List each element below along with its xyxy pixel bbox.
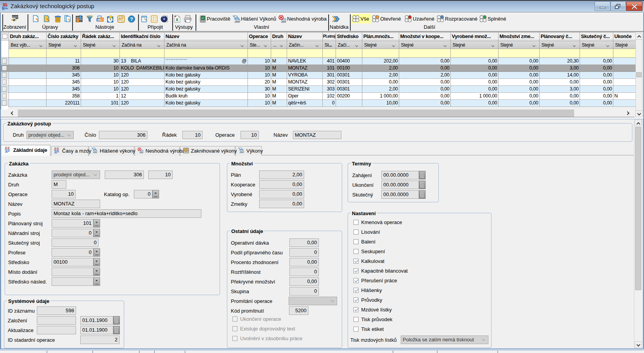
svg-text:X: X: [176, 17, 179, 22]
svg-text:?: ?: [130, 16, 133, 22]
